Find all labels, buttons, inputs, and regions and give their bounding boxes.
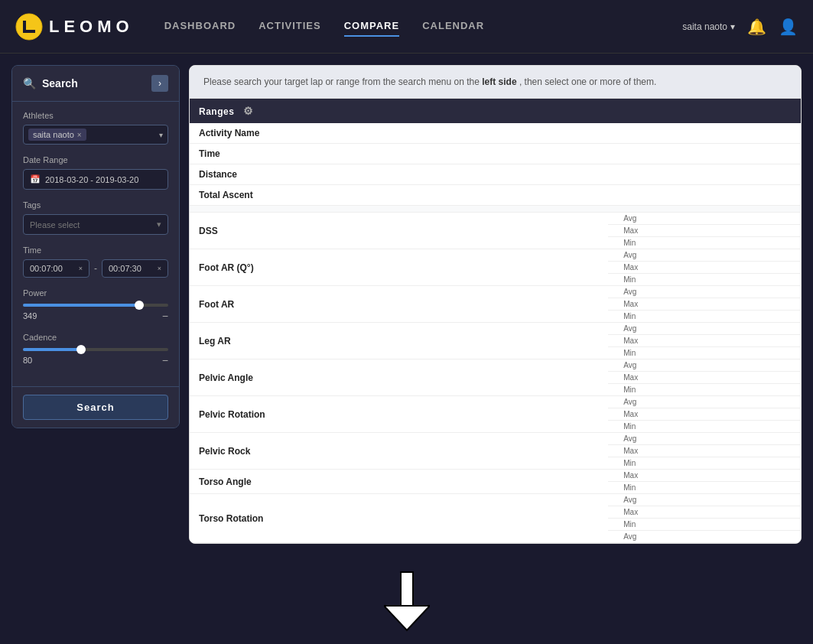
user-avatar-icon[interactable]: 👤	[779, 18, 798, 36]
cadence-slider-group: Cadence 80 −	[23, 333, 168, 366]
foot-ar-q-label: Foot AR (Q°)	[190, 249, 608, 286]
athlete-name: saita naoto	[33, 130, 74, 139]
down-arrow-annotation	[0, 571, 813, 632]
athletes-label: Athletes	[23, 111, 168, 120]
info-banner: Please search your target lap or range f…	[190, 66, 801, 99]
main-layout: 🔍 Search › Athletes saita naoto × ▾ Date	[0, 54, 813, 555]
time-to-input[interactable]: 00:07:30 ×	[102, 259, 168, 278]
pelvic-angle-max: Max	[608, 372, 801, 384]
remove-athlete-button[interactable]: ×	[77, 131, 82, 139]
cadence-value-row: 80 −	[23, 354, 168, 366]
user-dropdown[interactable]: saita naoto ▾	[682, 21, 735, 32]
logo-text: LEOMO	[49, 17, 134, 37]
dss-name-row: DSS Avg	[190, 213, 801, 225]
search-icon: 🔍	[23, 77, 36, 89]
pelvic-rock-avg: Avg	[608, 433, 801, 445]
foot-ar-q-min: Min	[608, 274, 801, 286]
nav-dashboard[interactable]: DASHBOARD	[164, 16, 236, 37]
power-slider-track[interactable]	[23, 304, 168, 307]
foot-ar-name-row: Foot AR Avg	[190, 286, 801, 298]
power-slider-thumb[interactable]	[135, 301, 144, 310]
nav-calendar[interactable]: CALENDAR	[422, 16, 484, 37]
sidebar-body: Athletes saita naoto × ▾ Date Range 📅 20…	[12, 102, 179, 386]
pelvic-rock-name-row: Pelvic Rock Avg	[190, 433, 801, 445]
leg-ar-min: Min	[608, 347, 801, 359]
pelvic-rock-max: Max	[608, 445, 801, 457]
time-separator: -	[94, 263, 97, 274]
nav-activities[interactable]: ACTIVITIES	[259, 16, 321, 37]
nav-compare[interactable]: COMPARE	[344, 16, 399, 37]
total-ascent-value	[608, 185, 801, 206]
foot-ar-q-name-row: Foot AR (Q°) Avg	[190, 249, 801, 262]
pelvic-angle-avg: Avg	[608, 359, 801, 372]
distance-cell: Distance	[190, 164, 608, 185]
sidebar-expand-button[interactable]: ›	[151, 75, 168, 92]
table-header-row: Ranges ⚙	[190, 99, 801, 123]
table-row: Time	[190, 144, 801, 164]
time-to-clear[interactable]: ×	[158, 265, 161, 272]
pelvic-rotation-min: Min	[608, 421, 801, 433]
table-row: Activity Name	[190, 123, 801, 144]
torso-angle-min: Min	[608, 482, 801, 494]
time-to-value: 00:07:30	[109, 264, 141, 273]
power-slider-fill	[23, 304, 139, 307]
cadence-minus-button[interactable]: −	[162, 354, 168, 366]
pelvic-rotation-avg: Avg	[608, 396, 801, 408]
gear-icon[interactable]: ⚙	[243, 105, 254, 117]
athletes-group: Athletes saita naoto × ▾	[23, 111, 168, 145]
pelvic-rotation-max: Max	[608, 408, 801, 421]
power-minus-button[interactable]: −	[162, 310, 168, 322]
cadence-label: Cadence	[23, 333, 168, 342]
nav-links: DASHBOARD ACTIVITIES COMPARE CALENDAR	[164, 16, 683, 37]
sidebar-header: 🔍 Search ›	[12, 66, 179, 102]
bell-icon[interactable]: 🔔	[747, 18, 766, 36]
sidebar-title: Search	[42, 77, 78, 89]
cadence-slider-fill	[23, 348, 81, 351]
dss-avg: Avg	[608, 213, 801, 225]
foot-ar-max: Max	[608, 298, 801, 311]
time-from-clear[interactable]: ×	[79, 265, 83, 272]
power-label: Power	[23, 288, 168, 298]
torso-rotation-avg: Avg	[608, 494, 801, 506]
athlete-tag: saita naoto ×	[28, 128, 86, 141]
date-range-group: Date Range 📅 2018-03-20 - 2019-03-20	[23, 155, 168, 190]
torso-angle-label: Torso Angle	[190, 470, 608, 494]
ranges-header: Ranges ⚙	[190, 99, 608, 123]
search-button[interactable]: Search	[23, 395, 168, 420]
leg-ar-name-row: Leg AR Avg	[190, 323, 801, 335]
torso-angle-max: Max	[608, 470, 801, 482]
search-sidebar: 🔍 Search › Athletes saita naoto × ▾ Date	[11, 65, 180, 428]
athlete-tag-container[interactable]: saita naoto × ▾	[23, 125, 168, 145]
top-navigation: LEOMO DASHBOARD ACTIVITIES COMPARE CALEN…	[0, 0, 813, 54]
cadence-slider-track[interactable]	[23, 348, 168, 351]
activity-name-value	[608, 123, 801, 144]
date-range-input[interactable]: 📅 2018-03-20 - 2019-03-20	[23, 169, 168, 190]
chevron-down-icon: ▾	[730, 21, 735, 32]
search-button-wrap: Search	[12, 386, 179, 428]
foot-ar-q-max: Max	[608, 262, 801, 274]
svg-point-0	[16, 14, 42, 40]
pelvic-angle-name-row: Pelvic Angle Avg	[190, 359, 801, 372]
sidebar-header-left: 🔍 Search	[23, 77, 78, 89]
ranges-label: Ranges	[199, 106, 234, 117]
power-slider-group: Power 349 −	[23, 288, 168, 322]
info-suffix: , then select one or more of them.	[519, 76, 656, 87]
calendar-icon: 📅	[30, 174, 41, 184]
dss-label: DSS	[190, 213, 608, 249]
leg-ar-label: Leg AR	[190, 323, 608, 359]
tags-label: Tags	[23, 200, 168, 210]
user-name: saita naoto	[682, 21, 727, 32]
date-range-value: 2018-03-20 - 2019-03-20	[45, 175, 138, 184]
cadence-slider-thumb[interactable]	[76, 345, 86, 354]
nav-right: saita naoto ▾ 🔔 👤	[682, 18, 798, 36]
distance-value	[608, 164, 801, 185]
pelvic-rock-label: Pelvic Rock	[190, 433, 608, 470]
power-value-row: 349 −	[23, 310, 168, 322]
athlete-dropdown-arrow[interactable]: ▾	[159, 131, 163, 139]
tags-select[interactable]: Please select ▾	[23, 214, 168, 235]
spacer-row	[190, 206, 801, 213]
foot-ar-q-avg: Avg	[608, 249, 801, 262]
time-from-input[interactable]: 00:07:00 ×	[23, 259, 89, 278]
leomo-logo-icon	[15, 13, 43, 41]
tags-dropdown-arrow: ▾	[157, 220, 161, 229]
